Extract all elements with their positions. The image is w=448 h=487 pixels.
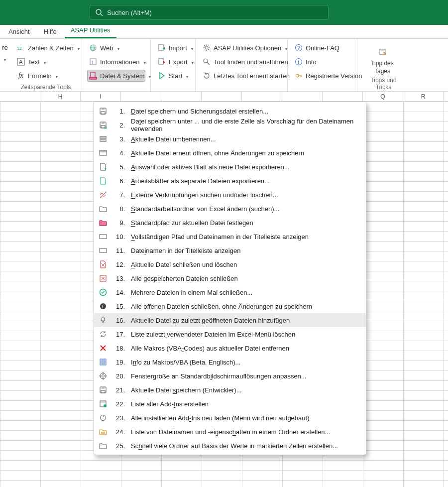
svg-line-14	[207, 62, 210, 65]
menu-item-label: Alle gespeicherten Dateien schließen	[131, 275, 238, 282]
menu-item[interactable]: 9.Standardpfad zur aktuellen Datei festl…	[94, 216, 366, 230]
folder-fill-icon	[98, 218, 108, 228]
check-circle-icon	[98, 287, 108, 297]
folder-icon	[98, 441, 108, 451]
menu-item-number: 2.	[114, 122, 125, 129]
menu-item-label: Alle Makros (VBA-Codes) aus aktueller Da…	[131, 345, 289, 352]
chevron-down-icon	[116, 44, 119, 52]
column-header[interactable]	[282, 92, 323, 101]
online-faq-button[interactable]: ? Online-FAQ	[293, 42, 352, 54]
menu-item[interactable]: 13.Alle gespeicherten Dateien schließen	[94, 271, 366, 285]
datei-system-button[interactable]: Datei & System	[87, 70, 145, 82]
chevron-down-icon	[185, 72, 188, 80]
menu-item[interactable]: 19.Info zu Makros/VBA (Beta, Englisch)..…	[94, 355, 366, 369]
chevron-down-icon	[191, 58, 194, 66]
window-icon	[98, 148, 108, 158]
column-header[interactable]	[323, 92, 363, 101]
worksheet-grid[interactable]: 1.Datei speichern und Sicherungsdatei er…	[0, 102, 448, 487]
menu-item-label: Externe Verknüpfungen suchen und/oder lö…	[131, 191, 278, 199]
zahlen-zeiten-button[interactable]: 12 Zahlen & Zeiten	[15, 42, 77, 54]
text-button[interactable]: A Text	[15, 56, 77, 68]
info-button[interactable]: i Info	[293, 56, 352, 68]
column-header[interactable]	[0, 92, 40, 101]
column-header[interactable]	[202, 92, 242, 101]
menu-item[interactable]: 5.Auswahl oder aktives Blatt als neue Da…	[94, 160, 366, 174]
menu-item[interactable]: 20.Fenstergröße an Standardbildschirmauf…	[94, 369, 366, 383]
menu-item[interactable]: 12.Aktuelle Datei schließen und löschen	[94, 257, 366, 271]
column-header[interactable]	[161, 92, 202, 101]
menu-item[interactable]: 16.Aktuelle Datei zu zuletzt geöffneten …	[94, 313, 366, 327]
menu-item[interactable]: 15.Alle offenen Dateien schließen, ohne …	[94, 299, 366, 313]
menu-item-number: 10.	[114, 233, 125, 241]
menu-item[interactable]: 23.Alle installierten Add-Ins neu laden …	[94, 411, 366, 425]
tipp-des-tages-button[interactable]: Tipp des Tages	[362, 42, 402, 75]
import-icon	[158, 44, 166, 52]
column-header[interactable]: R	[403, 92, 444, 101]
svg-point-13	[204, 59, 208, 63]
menu-item-number: 22.	[114, 400, 125, 408]
menu-item[interactable]: 1.Datei speichern und Sicherungsdatei er…	[94, 104, 366, 118]
letztes-tool-button[interactable]: Letztes Tool erneut starten	[201, 70, 282, 82]
menu-item[interactable]: 22.Liste aller Add-Ins erstellen	[94, 397, 366, 411]
menu-item[interactable]: 24.Liste von Dateinamen und -eigenschaft…	[94, 425, 366, 439]
menu-item[interactable]: 17.Liste zuletzt verwendeter Dateien im …	[94, 327, 366, 341]
menu-item-number: 18.	[114, 345, 125, 352]
menu-item[interactable]: 14.Mehrere Dateien in einem Mal schließe…	[94, 285, 366, 299]
save-icon	[98, 385, 108, 395]
x-red-icon	[98, 343, 108, 353]
play-icon	[158, 72, 166, 80]
start-button[interactable]: Start	[156, 70, 190, 82]
menu-item[interactable]: 6.Arbeitsblätter als separate Dateien ex…	[94, 174, 366, 188]
ribbon: re 12 Zahlen & Zeiten A Text fx Formeln …	[0, 39, 448, 92]
menu-item[interactable]: 3.Aktuelle Datei umbenennen...	[94, 132, 366, 146]
column-header[interactable]	[242, 92, 282, 101]
export-button[interactable]: Export	[156, 56, 190, 68]
target-icon	[98, 371, 108, 381]
key-icon	[295, 72, 303, 80]
menu-item-number: 17.	[114, 331, 125, 338]
tab-hilfe[interactable]: Hilfe	[38, 26, 63, 38]
menu-item[interactable]: 2.Datei speichern unter ... und die erst…	[94, 118, 366, 132]
registrierte-version-button[interactable]: Registrierte Version	[293, 70, 352, 82]
menu-item[interactable]: 21.Aktuelle Datei speichern (Entwickler)…	[94, 383, 366, 397]
svg-point-19	[296, 74, 299, 77]
formeln-button[interactable]: fx Formeln	[15, 70, 77, 82]
tool-finden-button[interactable]: Tool finden und ausführen	[201, 56, 282, 68]
menu-item-label: Standardarbeitsordner von Excel ändern (…	[131, 205, 279, 213]
gear-icon	[203, 44, 211, 52]
column-headers: HIQR	[0, 92, 448, 102]
menu-item-number: 9.	[114, 219, 125, 227]
column-header[interactable]: Q	[363, 92, 403, 101]
menu-item[interactable]: 10.Vollständigen Pfad und Dateinamen in …	[94, 230, 366, 244]
import-button[interactable]: Import	[156, 42, 190, 54]
optionen-button[interactable]: ASAP Utilities Optionen	[201, 42, 282, 54]
menu-item-label: Arbeitsblätter als separate Dateien expo…	[131, 177, 270, 185]
menu-item[interactable]: 25.Schnell viele Ordner auf Basis der We…	[94, 439, 366, 453]
menu-item[interactable]: 4.Aktuelle Datei erneut öffnen, ohne Änd…	[94, 146, 366, 160]
link-break-icon	[98, 190, 108, 200]
file-system-icon	[89, 72, 97, 80]
column-header[interactable]	[121, 92, 161, 101]
menu-item-number: 4.	[114, 149, 125, 157]
ribbon-group-2: Web i Informationen Datei & System	[82, 39, 151, 91]
search-input[interactable]: Suchen (Alt+M)	[90, 5, 329, 20]
ribbon-overflow-left[interactable]: re	[0, 39, 10, 91]
web-button[interactable]: Web	[87, 42, 145, 54]
menu-item[interactable]: 18.Alle Makros (VBA-Codes) aus aktueller…	[94, 341, 366, 355]
column-header[interactable]: H	[40, 92, 81, 101]
informationen-button[interactable]: i Informationen	[87, 56, 145, 68]
chevron-down-icon	[190, 44, 193, 52]
tab-asap-utilities[interactable]: ASAP Utilities	[65, 24, 116, 38]
menu-item[interactable]: 11.Dateinamen in der Titelleiste anzeige…	[94, 244, 366, 257]
datei-system-menu: 1.Datei speichern und Sicherungsdatei er…	[94, 102, 366, 455]
menu-item[interactable]: 7.Externe Verknüpfungen suchen und/oder …	[94, 188, 366, 202]
menu-item[interactable]: 8.Standardarbeitsordner von Excel ändern…	[94, 202, 366, 216]
chevron-down-icon	[43, 58, 46, 66]
svg-text:i: i	[92, 59, 93, 65]
tab-ansicht[interactable]: Ansicht	[2, 26, 36, 38]
menu-item-label: Mehrere Dateien in einem Mal schließen..…	[131, 289, 252, 296]
menu-item-number: 12.	[114, 261, 125, 268]
column-header[interactable]: I	[81, 92, 121, 101]
menu-item-number: 8.	[114, 205, 125, 213]
menu-item-number: 6.	[114, 177, 125, 185]
